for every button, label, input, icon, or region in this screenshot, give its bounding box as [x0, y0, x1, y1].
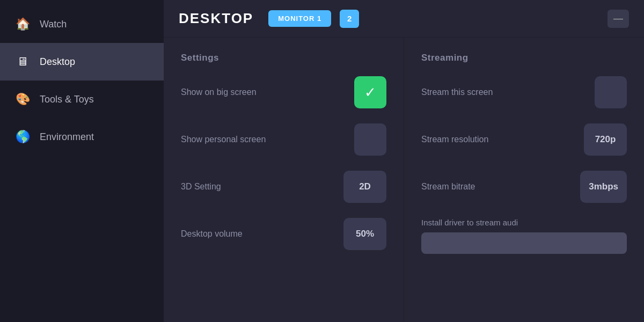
- globe-icon: 🌎: [15, 130, 30, 144]
- stream-this-screen-toggle[interactable]: [595, 76, 627, 108]
- desktop-icon: 🖥: [15, 55, 30, 69]
- stream-resolution-row: Stream resolution 720p: [421, 123, 627, 156]
- desktop-volume-button[interactable]: 50%: [343, 218, 386, 250]
- stream-bitrate-label: Stream bitrate: [421, 182, 475, 192]
- sidebar-label-desktop: Desktop: [40, 56, 75, 68]
- show-big-screen-row: Show on big screen ✓: [181, 76, 386, 108]
- stream-bitrate-row: Stream bitrate 3mbps: [421, 171, 627, 203]
- main-panel: DESKTOP MONITOR 1 2 — Settings Show on b…: [164, 0, 644, 322]
- sidebar-label-environment: Environment: [40, 131, 94, 143]
- 3d-setting-row: 3D Setting 2D: [181, 171, 386, 203]
- show-big-screen-toggle[interactable]: ✓: [354, 76, 386, 108]
- stream-resolution-button[interactable]: 720p: [584, 123, 627, 156]
- minimize-button[interactable]: —: [608, 10, 629, 28]
- show-personal-screen-toggle[interactable]: [354, 123, 386, 156]
- sidebar-item-desktop[interactable]: 🖥 Desktop: [0, 43, 164, 80]
- install-driver-button[interactable]: [421, 232, 627, 254]
- stream-this-screen-label: Stream this screen: [421, 87, 493, 97]
- stream-resolution-label: Stream resolution: [421, 135, 488, 144]
- install-driver-label: Install driver to stream audi: [421, 218, 627, 227]
- page-title: DESKTOP: [179, 10, 253, 27]
- monitor2-button[interactable]: 2: [340, 10, 359, 28]
- stream-bitrate-button[interactable]: 3mbps: [580, 171, 627, 203]
- sidebar-item-watch[interactable]: 🏠 Watch: [0, 5, 164, 43]
- show-personal-screen-row: Show personal screen: [181, 123, 386, 156]
- header: DESKTOP MONITOR 1 2 —: [164, 0, 644, 38]
- sidebar-label-tools: Tools & Toys: [40, 94, 94, 105]
- streaming-panel: Streaming Stream this screen Stream reso…: [404, 38, 644, 322]
- settings-title: Settings: [181, 53, 386, 63]
- sidebar-item-environment[interactable]: 🌎 Environment: [0, 118, 164, 156]
- sidebar-item-tools[interactable]: 🎨 Tools & Toys: [0, 80, 164, 118]
- desktop-volume-label: Desktop volume: [181, 229, 243, 239]
- settings-panel: Settings Show on big screen ✓ Show perso…: [164, 38, 404, 322]
- show-personal-screen-label: Show personal screen: [181, 135, 266, 144]
- monitor1-button[interactable]: MONITOR 1: [268, 10, 331, 27]
- content-area: Settings Show on big screen ✓ Show perso…: [164, 38, 644, 322]
- sidebar: 🏠 Watch 🖥 Desktop 🎨 Tools & Toys 🌎 Envir…: [0, 0, 164, 322]
- show-big-screen-label: Show on big screen: [181, 87, 257, 97]
- install-driver-row: Install driver to stream audi: [421, 218, 627, 256]
- 3d-setting-label: 3D Setting: [181, 182, 221, 192]
- streaming-title: Streaming: [421, 53, 627, 63]
- desktop-volume-row: Desktop volume 50%: [181, 218, 386, 250]
- home-icon: 🏠: [15, 17, 30, 31]
- sidebar-label-watch: Watch: [40, 19, 67, 30]
- stream-this-screen-row: Stream this screen: [421, 76, 627, 108]
- palette-icon: 🎨: [15, 92, 30, 106]
- 3d-setting-button[interactable]: 2D: [343, 171, 386, 203]
